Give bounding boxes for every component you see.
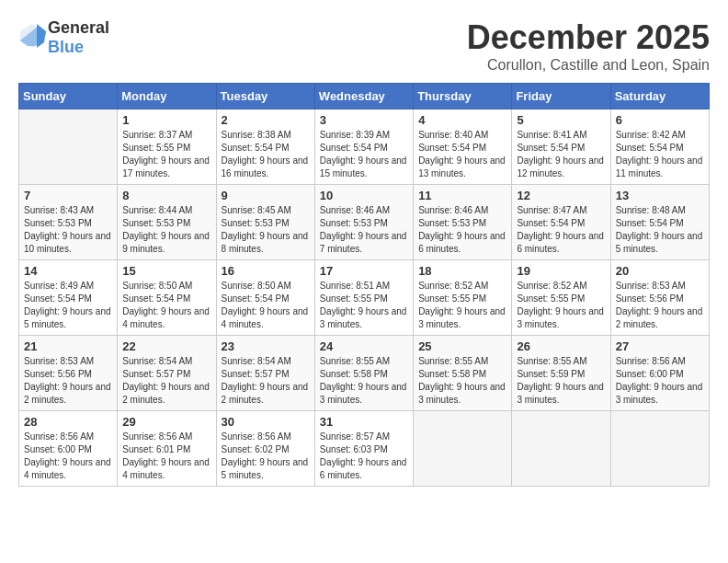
calendar-cell: 28 Sunrise: 8:56 AM Sunset: 6:00 PM Dayl… bbox=[19, 411, 118, 487]
sunset-text: Sunset: 5:59 PM bbox=[517, 369, 585, 379]
day-info: Sunrise: 8:52 AM Sunset: 5:55 PM Dayligh… bbox=[517, 280, 605, 331]
day-info: Sunrise: 8:53 AM Sunset: 5:56 PM Dayligh… bbox=[24, 355, 112, 407]
day-info: Sunrise: 8:47 AM Sunset: 5:54 PM Dayligh… bbox=[517, 204, 605, 256]
day-info: Sunrise: 8:46 AM Sunset: 5:53 PM Dayligh… bbox=[418, 204, 506, 256]
daylight-text: Daylight: 9 hours and 4 minutes. bbox=[122, 457, 210, 480]
day-info: Sunrise: 8:42 AM Sunset: 5:54 PM Dayligh… bbox=[616, 129, 704, 180]
day-info: Sunrise: 8:55 AM Sunset: 5:58 PM Dayligh… bbox=[320, 355, 408, 407]
day-number: 26 bbox=[517, 339, 605, 353]
calendar-week-row: 28 Sunrise: 8:56 AM Sunset: 6:00 PM Dayl… bbox=[19, 411, 710, 487]
calendar-cell: 11 Sunrise: 8:46 AM Sunset: 5:53 PM Dayl… bbox=[414, 185, 512, 260]
sunrise-text: Sunrise: 8:49 AM bbox=[24, 281, 94, 291]
daylight-text: Daylight: 9 hours and 8 minutes. bbox=[222, 231, 309, 254]
daylight-text: Daylight: 9 hours and 2 minutes. bbox=[122, 382, 210, 405]
calendar-cell: 26 Sunrise: 8:55 AM Sunset: 5:59 PM Dayl… bbox=[512, 336, 610, 411]
sunset-text: Sunset: 5:57 PM bbox=[122, 369, 190, 379]
calendar-cell: 17 Sunrise: 8:51 AM Sunset: 5:55 PM Dayl… bbox=[314, 260, 413, 336]
day-info: Sunrise: 8:37 AM Sunset: 5:55 PM Dayligh… bbox=[122, 129, 210, 180]
day-info: Sunrise: 8:48 AM Sunset: 5:54 PM Dayligh… bbox=[616, 204, 704, 256]
daylight-text: Daylight: 9 hours and 10 minutes. bbox=[24, 231, 111, 254]
day-number: 2 bbox=[222, 113, 310, 127]
sunrise-text: Sunrise: 8:43 AM bbox=[24, 205, 94, 215]
day-number: 8 bbox=[122, 189, 210, 202]
calendar-cell: 4 Sunrise: 8:40 AM Sunset: 5:54 PM Dayli… bbox=[414, 109, 512, 185]
day-number: 25 bbox=[418, 339, 506, 353]
sunrise-text: Sunrise: 8:55 AM bbox=[320, 356, 390, 366]
day-info: Sunrise: 8:56 AM Sunset: 6:01 PM Dayligh… bbox=[122, 431, 210, 482]
calendar-cell: 19 Sunrise: 8:52 AM Sunset: 5:55 PM Dayl… bbox=[512, 260, 610, 336]
col-thursday: Thursday bbox=[414, 84, 512, 109]
day-number: 1 bbox=[122, 113, 210, 127]
day-info: Sunrise: 8:55 AM Sunset: 5:58 PM Dayligh… bbox=[418, 355, 506, 407]
sunrise-text: Sunrise: 8:38 AM bbox=[222, 130, 291, 140]
day-number: 4 bbox=[418, 113, 506, 127]
daylight-text: Daylight: 9 hours and 12 minutes. bbox=[517, 155, 604, 178]
calendar-cell: 27 Sunrise: 8:56 AM Sunset: 6:00 PM Dayl… bbox=[610, 336, 709, 411]
sunrise-text: Sunrise: 8:55 AM bbox=[418, 356, 488, 366]
sunset-text: Sunset: 5:57 PM bbox=[222, 369, 290, 379]
col-friday: Friday bbox=[512, 84, 610, 109]
sunrise-text: Sunrise: 8:56 AM bbox=[222, 431, 291, 442]
day-info: Sunrise: 8:41 AM Sunset: 5:54 PM Dayligh… bbox=[517, 129, 605, 180]
calendar-cell: 24 Sunrise: 8:55 AM Sunset: 5:58 PM Dayl… bbox=[314, 336, 413, 411]
sunset-text: Sunset: 5:53 PM bbox=[24, 218, 92, 228]
calendar-cell: 16 Sunrise: 8:50 AM Sunset: 5:54 PM Dayl… bbox=[216, 260, 314, 336]
day-number: 18 bbox=[418, 264, 506, 278]
day-number: 12 bbox=[517, 189, 605, 202]
daylight-text: Daylight: 9 hours and 13 minutes. bbox=[418, 155, 506, 178]
sunset-text: Sunset: 6:02 PM bbox=[222, 444, 290, 454]
day-number: 29 bbox=[122, 415, 210, 429]
day-info: Sunrise: 8:50 AM Sunset: 5:54 PM Dayligh… bbox=[222, 280, 310, 331]
daylight-text: Daylight: 9 hours and 2 minutes. bbox=[222, 382, 309, 405]
calendar-cell: 1 Sunrise: 8:37 AM Sunset: 5:55 PM Dayli… bbox=[118, 109, 216, 185]
day-number: 16 bbox=[222, 264, 310, 278]
daylight-text: Daylight: 9 hours and 5 minutes. bbox=[222, 457, 309, 480]
daylight-text: Daylight: 9 hours and 5 minutes. bbox=[24, 306, 111, 329]
day-info: Sunrise: 8:54 AM Sunset: 5:57 PM Dayligh… bbox=[222, 355, 310, 407]
day-number: 3 bbox=[320, 113, 408, 127]
sunrise-text: Sunrise: 8:50 AM bbox=[222, 281, 291, 291]
day-info: Sunrise: 8:45 AM Sunset: 5:53 PM Dayligh… bbox=[222, 204, 310, 256]
calendar-cell: 25 Sunrise: 8:55 AM Sunset: 5:58 PM Dayl… bbox=[414, 336, 512, 411]
col-tuesday: Tuesday bbox=[216, 84, 314, 109]
daylight-text: Daylight: 9 hours and 3 minutes. bbox=[616, 382, 703, 405]
sunset-text: Sunset: 5:54 PM bbox=[24, 293, 92, 304]
day-info: Sunrise: 8:49 AM Sunset: 5:54 PM Dayligh… bbox=[24, 280, 112, 331]
day-number: 27 bbox=[616, 339, 704, 353]
calendar-cell: 12 Sunrise: 8:47 AM Sunset: 5:54 PM Dayl… bbox=[512, 185, 610, 260]
day-info: Sunrise: 8:43 AM Sunset: 5:53 PM Dayligh… bbox=[24, 204, 112, 256]
calendar-cell: 21 Sunrise: 8:53 AM Sunset: 5:56 PM Dayl… bbox=[19, 336, 118, 411]
daylight-text: Daylight: 9 hours and 3 minutes. bbox=[418, 382, 506, 405]
day-info: Sunrise: 8:56 AM Sunset: 6:02 PM Dayligh… bbox=[222, 431, 310, 482]
daylight-text: Daylight: 9 hours and 6 minutes. bbox=[418, 231, 506, 254]
sunset-text: Sunset: 5:55 PM bbox=[122, 143, 190, 153]
sunrise-text: Sunrise: 8:56 AM bbox=[24, 431, 94, 442]
sunrise-text: Sunrise: 8:56 AM bbox=[122, 431, 192, 442]
month-title: December 2025 bbox=[467, 18, 710, 57]
sunrise-text: Sunrise: 8:40 AM bbox=[418, 130, 488, 140]
calendar-cell: 29 Sunrise: 8:56 AM Sunset: 6:01 PM Dayl… bbox=[118, 411, 216, 487]
sunset-text: Sunset: 5:55 PM bbox=[418, 293, 486, 304]
calendar-table: Sunday Monday Tuesday Wednesday Thursday… bbox=[18, 83, 710, 487]
daylight-text: Daylight: 9 hours and 9 minutes. bbox=[122, 231, 210, 254]
day-number: 7 bbox=[24, 189, 112, 202]
day-number: 9 bbox=[222, 189, 310, 202]
sunrise-text: Sunrise: 8:54 AM bbox=[222, 356, 291, 366]
daylight-text: Daylight: 9 hours and 6 minutes. bbox=[320, 457, 407, 480]
sunrise-text: Sunrise: 8:52 AM bbox=[418, 281, 488, 291]
sunrise-text: Sunrise: 8:46 AM bbox=[418, 205, 488, 215]
daylight-text: Daylight: 9 hours and 3 minutes. bbox=[517, 382, 604, 405]
sunset-text: Sunset: 5:53 PM bbox=[418, 218, 486, 228]
day-number: 21 bbox=[24, 339, 112, 353]
calendar-cell: 13 Sunrise: 8:48 AM Sunset: 5:54 PM Dayl… bbox=[610, 185, 709, 260]
calendar-header-row: Sunday Monday Tuesday Wednesday Thursday… bbox=[19, 84, 710, 109]
sunset-text: Sunset: 5:54 PM bbox=[222, 293, 290, 304]
calendar-cell: 31 Sunrise: 8:57 AM Sunset: 6:03 PM Dayl… bbox=[314, 411, 413, 487]
sunset-text: Sunset: 5:55 PM bbox=[517, 293, 585, 304]
sunrise-text: Sunrise: 8:53 AM bbox=[24, 356, 94, 366]
calendar-cell bbox=[19, 109, 118, 185]
sunset-text: Sunset: 5:53 PM bbox=[320, 218, 388, 228]
daylight-text: Daylight: 9 hours and 15 minutes. bbox=[320, 155, 407, 178]
sunrise-text: Sunrise: 8:44 AM bbox=[122, 205, 192, 215]
day-info: Sunrise: 8:50 AM Sunset: 5:54 PM Dayligh… bbox=[122, 280, 210, 331]
